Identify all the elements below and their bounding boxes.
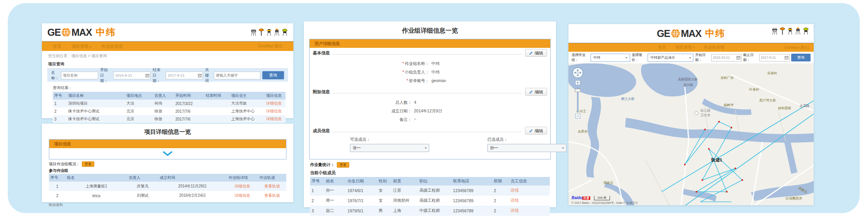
- cell: 孙一: [324, 186, 346, 196]
- calendar-icon[interactable]: [736, 56, 740, 60]
- detail-link[interactable]: 详细信息: [266, 101, 282, 105]
- detail-link[interactable]: 详细信息: [266, 109, 282, 113]
- workgroup-select[interactable]: 中纬▾: [591, 54, 630, 62]
- nav-home[interactable]: 首页: [658, 45, 666, 50]
- svg-text:金星村: 金星村: [578, 130, 588, 133]
- required-asterisk: *: [406, 78, 408, 83]
- cell: 2017/7/6: [174, 115, 204, 123]
- column-header: 籍贯: [392, 177, 418, 186]
- edit-button[interactable]: 编辑: [525, 88, 547, 96]
- column-header: 作业组详情: [227, 174, 258, 182]
- cell: 庆繁凡: [127, 182, 158, 191]
- project-detail-window: 项目详细信息一览 项目信息 项目作业组概况： 查看 参与作业组 序号 组名 负责…: [42, 124, 293, 202]
- column-header: 员工信息: [509, 177, 550, 186]
- nav-project[interactable]: 项目管理▾: [676, 45, 695, 50]
- chevron-down-icon: ▾: [90, 45, 91, 49]
- calendar-icon[interactable]: [198, 74, 202, 77]
- map-search-button[interactable]: 查询: [791, 54, 811, 61]
- dotted-divider: [332, 131, 522, 132]
- column-header: 姓名: [324, 177, 346, 186]
- calendar-icon[interactable]: [146, 74, 149, 77]
- query-form: 名称： 开始日期： 结束日期： 关键词 查询: [47, 68, 288, 82]
- extra-info-section: 附加信息 编辑 总人数：4 成立日期：2014年12月9日 备注：≡: [310, 87, 550, 122]
- user-logout[interactable]: GeoMax (退出): [784, 45, 809, 50]
- track-label: 轨迹1: [711, 158, 722, 162]
- selected-members-select[interactable]: 孙一 ▾: [487, 144, 567, 152]
- scanner-icon: [803, 27, 809, 35]
- field-label: 备注：: [313, 117, 412, 122]
- instrument-icons: [772, 27, 809, 35]
- workload-stats-label: 作业量统计：: [310, 162, 334, 168]
- current-members-title: 当前小组成员: [304, 168, 556, 177]
- column-header: 性别: [377, 177, 392, 186]
- cell: 1: [53, 100, 67, 107]
- column-header: 序号: [49, 174, 66, 182]
- member-detail-link[interactable]: 详情: [511, 188, 519, 192]
- field-value: 4: [414, 100, 416, 105]
- project-query-window: GE MAX 中纬 首页 项目管理▾ 作业组管理 GeoMax 退出 您当前位置…: [42, 23, 293, 118]
- cell: 2: [492, 196, 509, 206]
- name-label: 名称：: [51, 70, 59, 81]
- column-header: 作业轨迹: [258, 174, 286, 182]
- cell: 高级工程师: [418, 186, 452, 196]
- svg-text:高新国际大桥: 高新国际大桥: [678, 77, 698, 81]
- map-canvas[interactable]: 轨迹1 高新国际大桥 连兴路 横江大桥 加料厂村 东洲村 叶巷村 西户湾大桥 杨…: [568, 63, 814, 205]
- view-stats-button[interactable]: 查看: [337, 162, 349, 168]
- member-detail-link[interactable]: 详情: [511, 208, 519, 213]
- cell: 1974/6/1: [346, 186, 377, 196]
- svg-text:白墙圈西岸: 白墙圈西岸: [786, 196, 802, 200]
- cell: 何伟: [153, 100, 174, 107]
- user-logout[interactable]: GeoMax 退出: [258, 44, 282, 49]
- edit-button[interactable]: 编辑: [525, 127, 547, 135]
- calendar-icon[interactable]: [785, 56, 788, 60]
- cell: leica: [66, 191, 127, 200]
- available-members-select[interactable]: 张一 ▾: [350, 144, 429, 152]
- name-input[interactable]: [61, 72, 98, 79]
- nav-home[interactable]: 首页: [53, 44, 61, 49]
- selected-members-label: 已选成员：: [487, 137, 567, 142]
- end-date-input[interactable]: [166, 72, 203, 79]
- nav-group[interactable]: 作业组管理: [704, 45, 724, 50]
- cell: 深圳站项目: [67, 100, 125, 107]
- breadcrumb: 您当前位置：项目信息 > 项目查询: [42, 51, 293, 60]
- cell: 2016年2月24日: [158, 191, 227, 200]
- instrument-icons: [251, 28, 288, 36]
- cell: 1976/7/1: [346, 196, 377, 206]
- total-station-icon: [251, 28, 256, 36]
- map-pan-zoom-control[interactable]: [572, 66, 585, 125]
- start-date-input[interactable]: [113, 72, 151, 79]
- svg-text:材料西桥: 材料西桥: [778, 106, 792, 110]
- section-title: 项目查询: [42, 60, 293, 68]
- cell: 1: [310, 186, 324, 196]
- svg-text:幼儿园: 幼儿园: [700, 108, 710, 112]
- group-detail-link[interactable]: 详细信息: [235, 184, 250, 188]
- chevron-down-icon: ▾: [562, 146, 564, 150]
- detail-link[interactable]: 详细信息: [266, 117, 282, 121]
- table-header-row: 序号 姓名 出生日期 性别 籍贯 职位 联系电话 权限 员工信息: [310, 177, 550, 186]
- workgroup-select-label: 选择作业组：: [572, 52, 589, 63]
- keyword-input[interactable]: [214, 72, 260, 79]
- map-viewport[interactable]: 轨迹1 高新国际大桥 连兴路 横江大桥 加料厂村 东洲村 叶巷村 西户湾大桥 杨…: [568, 63, 814, 205]
- end-date-label: 结束日期：: [152, 67, 164, 84]
- cell: 2: [49, 191, 66, 200]
- cell: 北京: [125, 115, 153, 123]
- edit-button[interactable]: 编辑: [525, 49, 547, 57]
- member-detail-link[interactable]: 详情: [511, 198, 519, 203]
- field-label: 登录账号：: [409, 78, 430, 83]
- view-button[interactable]: 查看: [82, 161, 94, 167]
- map-zoom-slider-handle[interactable]: [575, 89, 580, 92]
- logo-text-cn: 中纬: [705, 27, 725, 40]
- nav-group[interactable]: 作业组管理: [101, 44, 123, 49]
- view-track-link[interactable]: 查看轨迹: [264, 193, 280, 198]
- cell: [204, 107, 230, 115]
- cell: 河南郑州: [392, 196, 418, 206]
- chevron-down-icon[interactable]: [163, 151, 173, 156]
- group-detail-link[interactable]: 详细信息: [235, 193, 250, 198]
- collapse-row[interactable]: [49, 148, 286, 159]
- available-members-label: 可选成员：: [350, 137, 429, 142]
- search-button[interactable]: 查询: [262, 71, 284, 79]
- results-label: 查询结果：: [42, 82, 293, 92]
- view-track-link[interactable]: 查看轨迹: [264, 184, 280, 188]
- nav-project[interactable]: 项目管理▾: [71, 44, 91, 49]
- project-select[interactable]: 中纬新产品演示▾: [648, 54, 693, 62]
